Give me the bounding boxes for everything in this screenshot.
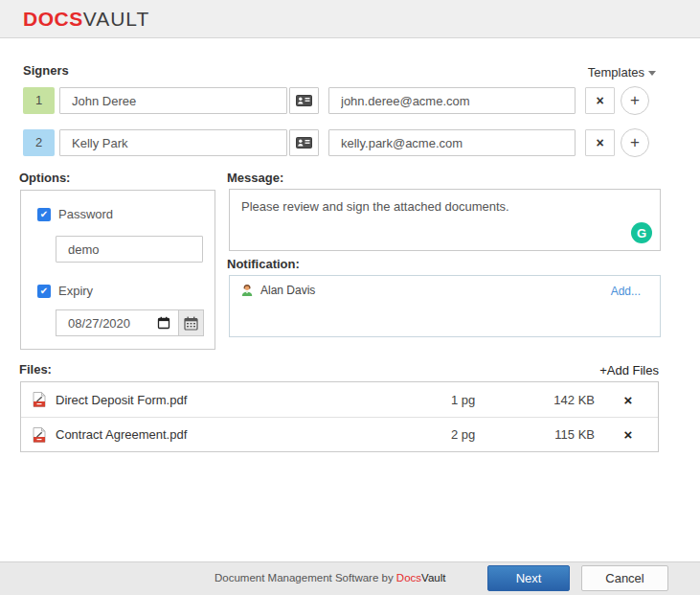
expiry-date-input[interactable]: 08/27/2020 (56, 309, 179, 336)
file-row-1: Direct Deposit Form.pdf 1 pg 142 KB × (21, 382, 658, 417)
message-heading: Message: (227, 171, 283, 185)
notification-panel: Alan Davis Add... (229, 275, 661, 337)
app-header: DOCSVAULT (0, 0, 700, 38)
tagline-text: Document Management Software by (215, 572, 396, 584)
notification-heading: Notification: (227, 257, 300, 271)
contact-card-icon (296, 95, 312, 106)
remove-signer-button-2[interactable]: × (585, 129, 615, 156)
person-icon (240, 284, 254, 297)
next-button[interactable]: Next (487, 565, 570, 591)
tagline-brand-vault: Vault (421, 572, 445, 584)
password-checkbox[interactable] (37, 208, 51, 221)
calendar-icon (184, 316, 198, 331)
message-textarea[interactable]: Please review and sign the attached docu… (230, 190, 660, 250)
file-row-2: Contract Agreement.pdf 2 pg 115 KB × (21, 417, 658, 451)
file-size: 115 KB (554, 427, 595, 442)
signer-order-badge-1: 1 (23, 87, 55, 114)
file-pages: 2 pg (451, 427, 475, 442)
cancel-button[interactable]: Cancel (581, 565, 668, 591)
footer-tagline: Document Management Software by DocsVaul… (215, 572, 445, 584)
grammarly-icon[interactable]: G (631, 222, 652, 243)
send-for-signing-dialog: DOCSVAULT Signers Templates 1 × + 2 × + … (0, 0, 700, 595)
options-heading: Options: (19, 171, 70, 185)
password-input[interactable] (56, 236, 203, 263)
signer-name-input-1[interactable] (59, 87, 287, 114)
add-signer-button-1[interactable]: + (621, 86, 649, 115)
notification-add-link[interactable]: Add... (611, 285, 641, 298)
add-files-link[interactable]: +Add Files (599, 363, 659, 378)
options-panel: Password Expiry 08/27/2020 (20, 190, 215, 350)
chevron-down-icon (648, 71, 656, 76)
file-name: Direct Deposit Form.pdf (56, 393, 187, 407)
file-size: 142 KB (553, 393, 595, 407)
tagline-brand-docs: Docs (396, 572, 421, 584)
pdf-file-icon (33, 427, 46, 443)
remove-file-button-2[interactable]: × (620, 426, 637, 443)
contact-lookup-button-1[interactable] (289, 87, 319, 114)
files-table: Direct Deposit Form.pdf 1 pg 142 KB × Co… (20, 381, 659, 452)
footer-bar: Document Management Software by DocsVaul… (0, 561, 700, 595)
signers-heading: Signers (23, 63, 69, 78)
expiry-option-row: Expiry (37, 284, 93, 298)
file-name: Contract Agreement.pdf (56, 427, 187, 442)
templates-dropdown[interactable]: Templates (588, 65, 656, 80)
expiry-checkbox[interactable] (37, 285, 51, 298)
signer-order-badge-2: 2 (23, 129, 55, 156)
calendar-picker-button[interactable] (178, 309, 204, 336)
logo-vault: VAULT (83, 8, 150, 30)
expiry-date-value: 08/27/2020 (68, 316, 157, 331)
logo-docs: DOCS (23, 8, 83, 30)
date-picker-icon (157, 316, 170, 330)
recipient-name: Alan Davis (260, 284, 315, 297)
docsvault-logo: DOCSVAULT (23, 0, 149, 38)
message-box: Please review and sign the attached docu… (229, 189, 661, 251)
add-signer-button-2[interactable]: + (621, 128, 649, 157)
remove-signer-button-1[interactable]: × (585, 87, 615, 114)
contact-card-icon (296, 137, 312, 149)
contact-lookup-button-2[interactable] (289, 129, 319, 156)
password-label: Password (58, 207, 113, 221)
notification-recipient: Alan Davis (240, 284, 315, 297)
signer-name-input-2[interactable] (59, 129, 287, 156)
file-pages: 1 pg (451, 393, 475, 407)
remove-file-button-1[interactable]: × (620, 392, 637, 408)
files-heading: Files: (19, 362, 52, 377)
pdf-file-icon (33, 392, 46, 407)
expiry-label: Expiry (58, 284, 93, 298)
signer-email-input-2[interactable] (328, 129, 576, 156)
templates-label: Templates (588, 65, 644, 80)
signer-email-input-1[interactable] (328, 87, 576, 114)
password-option-row: Password (37, 207, 113, 221)
